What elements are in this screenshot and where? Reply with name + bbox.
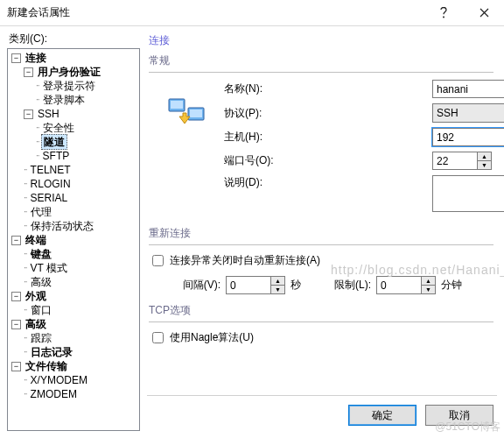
tree-rlogin[interactable]: RLOGIN — [29, 177, 73, 191]
tree-file-transfer[interactable]: 文件传输 — [24, 359, 69, 373]
tree-security[interactable]: 安全性 — [41, 121, 76, 135]
protocol-select[interactable]: SSH — [432, 103, 504, 123]
interval-unit: 秒 — [290, 278, 301, 293]
limit-label: 限制(L): — [322, 278, 371, 293]
svg-rect-4 — [190, 110, 202, 117]
tree-keepalive[interactable]: 保持活动状态 — [29, 219, 95, 233]
reconnect-checkbox[interactable]: 连接异常关闭时自动重新连接(A) — [149, 252, 494, 269]
tree-logging[interactable]: 日志记录 — [29, 345, 74, 359]
tree-serial[interactable]: SERIAL — [29, 191, 70, 205]
limit-input[interactable] — [376, 276, 422, 294]
interval-label: 间隔(V): — [172, 278, 220, 293]
tree-advanced[interactable]: 高级 — [24, 317, 48, 331]
port-label: 端口号(O): — [224, 153, 432, 168]
port-spinner[interactable]: ▲ ▼ — [478, 152, 492, 170]
nagle-checkbox[interactable]: 使用Nagle算法(U) — [149, 329, 494, 346]
nagle-checkbox-label: 使用Nagle算法(U) — [170, 330, 254, 345]
tree-keyboard[interactable]: 键盘 — [29, 247, 53, 261]
tree-vtmode[interactable]: VT 模式 — [29, 261, 69, 275]
divider — [149, 321, 494, 322]
panel-header: 连接 — [149, 33, 494, 48]
cancel-button[interactable]: 取消 — [425, 405, 494, 426]
nagle-checkbox-input[interactable] — [152, 332, 164, 343]
tree-tunnel[interactable]: 隧道 — [41, 134, 67, 150]
tree-appearance[interactable]: 外观 — [24, 289, 48, 303]
divider — [149, 72, 494, 73]
tree-connection[interactable]: 连接 — [24, 51, 48, 65]
host-label: 主机(H): — [224, 130, 432, 145]
port-input[interactable] — [432, 152, 478, 170]
expander-icon[interactable]: − — [24, 110, 33, 119]
chevron-up-icon[interactable]: ▲ — [478, 152, 491, 161]
tree-login-prompt[interactable]: 登录提示符 — [41, 79, 97, 93]
chevron-down-icon[interactable]: ▼ — [478, 161, 491, 169]
svg-point-0 — [443, 16, 444, 18]
section-tcp: TCP选项 — [149, 303, 494, 318]
reconnect-checkbox-input[interactable] — [152, 255, 164, 266]
expander-icon[interactable]: − — [11, 236, 21, 245]
limit-spinner[interactable]: ▲ ▼ — [422, 276, 436, 294]
divider — [149, 244, 494, 245]
ok-button[interactable]: 确定 — [348, 405, 416, 426]
tree-advanced-term[interactable]: 高级 — [29, 275, 53, 289]
reconnect-checkbox-label: 连接异常关闭时自动重新连接(A) — [170, 253, 320, 268]
tree-window[interactable]: 窗口 — [29, 303, 53, 317]
chevron-up-icon[interactable]: ▲ — [271, 277, 284, 286]
interval-spinner[interactable]: ▲ ▼ — [271, 276, 285, 294]
chevron-up-icon[interactable]: ▲ — [422, 277, 435, 286]
connection-icon — [149, 97, 224, 129]
window-title: 新建会话属性 — [7, 5, 424, 20]
desc-label: 说明(D): — [224, 175, 432, 190]
category-label: 类别(C): — [9, 32, 140, 46]
tree-xymodem[interactable]: X/YMODEM — [29, 373, 89, 387]
expander-icon[interactable]: − — [11, 292, 21, 301]
desc-input[interactable] — [432, 175, 504, 212]
tree-trace[interactable]: 跟踪 — [29, 331, 53, 345]
tree-proxy[interactable]: 代理 — [29, 205, 53, 219]
tree-telnet[interactable]: TELNET — [29, 163, 73, 177]
tree-ssh[interactable]: SSH — [36, 107, 61, 121]
help-button[interactable] — [424, 0, 464, 26]
expander-icon[interactable]: − — [11, 362, 21, 371]
host-input[interactable] — [432, 128, 504, 146]
tree-terminal[interactable]: 终端 — [24, 233, 48, 247]
tree-sftp[interactable]: SFTP — [41, 149, 72, 163]
tree-zmodem[interactable]: ZMODEM — [29, 387, 79, 401]
protocol-label: 协议(P): — [224, 106, 432, 121]
limit-unit: 分钟 — [441, 278, 462, 293]
tree-auth[interactable]: 用户身份验证 — [36, 65, 102, 79]
close-button[interactable] — [464, 0, 504, 26]
expander-icon[interactable]: − — [11, 320, 21, 329]
expander-icon[interactable]: − — [24, 67, 33, 77]
tree-login-script[interactable]: 登录脚本 — [41, 93, 87, 107]
category-tree[interactable]: −连接 −用户身份验证 ··登录提示符 ··登录脚本 −SSH ··安全性 ··… — [7, 48, 140, 431]
expander-icon[interactable]: − — [11, 53, 21, 63]
chevron-down-icon[interactable]: ▼ — [271, 286, 284, 293]
chevron-down-icon[interactable]: ▼ — [422, 286, 435, 293]
name-label: 名称(N): — [224, 81, 432, 96]
section-general: 常规 — [149, 53, 494, 68]
titlebar: 新建会话属性 — [0, 0, 504, 26]
interval-input[interactable] — [226, 276, 271, 294]
svg-rect-2 — [171, 101, 183, 109]
name-input[interactable] — [432, 80, 504, 98]
section-reconnect: 重新连接 — [149, 226, 494, 241]
